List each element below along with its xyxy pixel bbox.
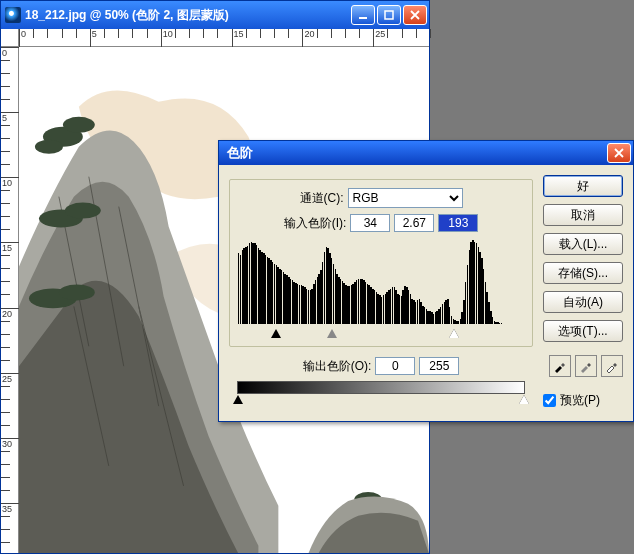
ruler-corner [1, 29, 19, 47]
output-gradient[interactable] [237, 381, 525, 394]
preview-checkbox[interactable] [543, 394, 556, 407]
load-button[interactable]: 载入(L)... [543, 233, 623, 255]
ruler-horizontal: 0510152025 [19, 29, 429, 47]
ruler-vertical: 05101520253035 [1, 47, 19, 553]
white-eyedropper[interactable] [601, 355, 623, 377]
ok-button[interactable]: 好 [543, 175, 623, 197]
app-icon [5, 7, 21, 23]
dialog-title: 色阶 [223, 144, 607, 162]
input-black-field[interactable]: 34 [350, 214, 390, 232]
auto-button[interactable]: 自动(A) [543, 291, 623, 313]
input-levels-label: 输入色阶(I): [284, 215, 347, 232]
svg-rect-1 [385, 11, 393, 19]
output-levels-label: 输出色阶(O): [303, 358, 372, 375]
gray-eyedropper[interactable] [575, 355, 597, 377]
svg-point-7 [65, 203, 101, 219]
output-white-slider[interactable] [519, 395, 529, 404]
close-button[interactable] [403, 5, 427, 25]
output-black-field[interactable]: 0 [375, 357, 415, 375]
svg-point-4 [63, 117, 95, 133]
black-eyedropper[interactable] [549, 355, 571, 377]
options-button[interactable]: 选项(T)... [543, 320, 623, 342]
output-white-field[interactable]: 255 [419, 357, 459, 375]
gamma-slider[interactable] [327, 329, 337, 338]
dialog-close-button[interactable] [607, 143, 631, 163]
minimize-button[interactable] [351, 5, 375, 25]
channel-label: 通道(C): [300, 190, 344, 207]
white-point-slider[interactable] [449, 329, 459, 338]
output-black-slider[interactable] [233, 395, 243, 404]
input-group: 通道(C): RGB 输入色阶(I): 34 2.67 193 [229, 179, 533, 347]
preview-label: 预览(P) [560, 392, 600, 409]
document-title: 18_212.jpg @ 50% (色阶 2, 图层蒙版) [25, 7, 351, 24]
black-point-slider[interactable] [271, 329, 281, 338]
svg-rect-0 [359, 17, 367, 19]
channel-select[interactable]: RGB [348, 188, 463, 208]
levels-dialog: 色阶 通道(C): RGB 输入色阶(I): 34 2.67 193 [218, 140, 634, 422]
dialog-titlebar[interactable]: 色阶 [219, 141, 633, 165]
cancel-button[interactable]: 取消 [543, 204, 623, 226]
input-white-field[interactable]: 193 [438, 214, 478, 232]
histogram [238, 238, 524, 338]
save-button[interactable]: 存储(S)... [543, 262, 623, 284]
svg-point-5 [35, 140, 63, 154]
document-titlebar[interactable]: 18_212.jpg @ 50% (色阶 2, 图层蒙版) [1, 1, 429, 29]
input-gamma-field[interactable]: 2.67 [394, 214, 434, 232]
maximize-button[interactable] [377, 5, 401, 25]
svg-point-9 [59, 284, 95, 300]
input-slider[interactable] [238, 324, 524, 338]
